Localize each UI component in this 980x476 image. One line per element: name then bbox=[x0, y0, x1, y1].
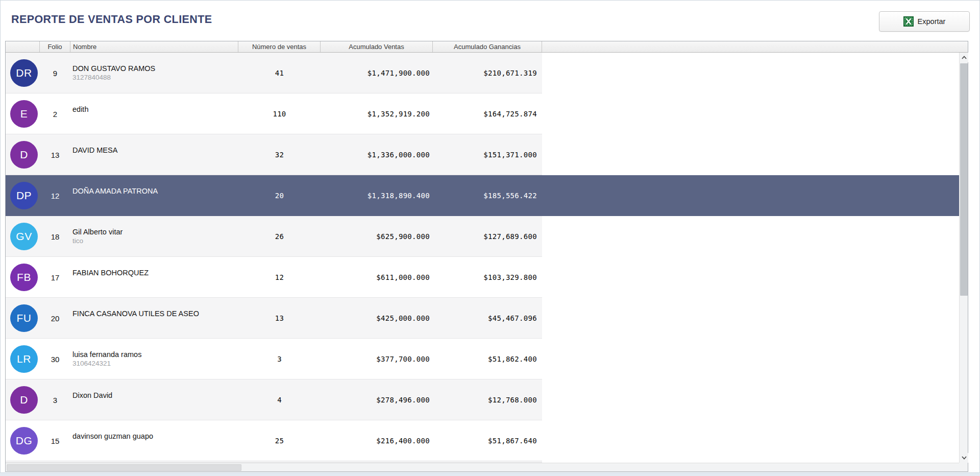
folio-value: 13 bbox=[40, 134, 70, 175]
name-cell: FINCA CASANOVA UTILES DE ASEO bbox=[70, 298, 238, 339]
avatar-cell bbox=[6, 461, 40, 463]
avatar: FU bbox=[10, 304, 38, 332]
avatar-initials: GV bbox=[16, 230, 32, 243]
avatar-cell: DR bbox=[6, 53, 40, 93]
avatar-initials: D bbox=[20, 394, 28, 406]
folio-value: 15 bbox=[40, 420, 70, 461]
avatar-cell: GV bbox=[6, 216, 40, 257]
folio-value: 17 bbox=[40, 257, 70, 298]
avatar-initials: LR bbox=[17, 353, 31, 365]
client-subtitle bbox=[72, 277, 149, 286]
name-cell: davinson guzman guapo bbox=[70, 420, 238, 461]
ventas-count: 26 bbox=[238, 216, 321, 257]
table-row[interactable]: GV 18 Gil Alberto vitar tico 26 $625,900… bbox=[6, 216, 959, 257]
header-cell-numero-ventas[interactable]: Número de ventas bbox=[238, 41, 321, 52]
client-name: Gil Alberto vitar bbox=[72, 228, 122, 236]
table-row[interactable]: D 3 Dixon David 4 $278,496.000 $12,768.0… bbox=[6, 379, 959, 420]
client-subtitle bbox=[72, 441, 153, 449]
avatar: LR bbox=[10, 345, 38, 373]
avatar-initials: FB bbox=[17, 271, 31, 283]
export-button[interactable]: Exportar bbox=[879, 11, 970, 32]
table-row[interactable]: DG 15 davinson guzman guapo 25 $216,400.… bbox=[6, 420, 959, 461]
ventas-count: 25 bbox=[238, 420, 321, 461]
client-subtitle bbox=[72, 196, 158, 204]
acumulado-ventas-value: $1,352,919.200 bbox=[321, 93, 433, 134]
name-cell: FABIAN BOHORQUEZ bbox=[70, 257, 238, 298]
client-name: FABIAN BOHORQUEZ bbox=[72, 269, 149, 277]
avatar-initials: DG bbox=[16, 435, 33, 447]
avatar bbox=[10, 461, 38, 463]
acumulado-ganancias-value: $185,556.422 bbox=[433, 175, 542, 216]
avatar-initials: FU bbox=[17, 312, 32, 324]
client-name: davinson guzman guapo bbox=[72, 432, 153, 441]
table-row[interactable]: DP 12 DOÑA AMADA PATRONA 20 $1,318,890.4… bbox=[6, 175, 959, 216]
table-row[interactable]: E 2 edith 110 $1,352,919.200 $164,725.87… bbox=[6, 93, 959, 134]
header-cell-avatar[interactable] bbox=[6, 41, 40, 52]
name-cell: luisa fernanda ramos 3106424321 bbox=[70, 339, 238, 379]
name-cell: edith bbox=[70, 93, 238, 134]
avatar-cell: FB bbox=[6, 257, 40, 298]
client-name: DAVID MESA bbox=[72, 146, 117, 155]
avatar: DG bbox=[10, 427, 38, 455]
header-cell-nombre[interactable]: Nombre bbox=[70, 41, 238, 52]
table-row[interactable]: D 13 DAVID MESA 32 $1,336,000.000 $151,3… bbox=[6, 134, 959, 175]
acumulado-ventas-value: $1,471,900.000 bbox=[321, 53, 433, 93]
header-cell-folio[interactable]: Folio bbox=[40, 41, 70, 52]
ventas-count: 20 bbox=[238, 175, 321, 216]
acumulado-ganancias-value: $103,329.800 bbox=[433, 257, 542, 298]
acumulado-ganancias-value: $51,862.400 bbox=[433, 339, 542, 379]
avatar-cell: DP bbox=[6, 175, 40, 216]
vertical-scrollbar[interactable] bbox=[959, 53, 968, 463]
acumulado-ventas-value: $1,336,000.000 bbox=[321, 134, 433, 175]
acumulado-ventas-value: $425,000.000 bbox=[321, 298, 433, 339]
grid-header: Folio Nombre Número de ventas Acumulado … bbox=[6, 41, 968, 53]
client-subtitle bbox=[72, 155, 117, 163]
client-subtitle: tico bbox=[72, 236, 122, 245]
horizontal-scrollbar[interactable] bbox=[6, 463, 959, 471]
name-cell bbox=[70, 461, 238, 463]
table-row[interactable]: FU 20 FINCA CASANOVA UTILES DE ASEO 13 $… bbox=[6, 298, 959, 339]
client-name: DON GUSTAVO RAMOS bbox=[72, 64, 155, 73]
folio-value: 30 bbox=[40, 339, 70, 379]
avatar-cell: D bbox=[6, 379, 40, 420]
table-row[interactable]: FB 17 FABIAN BOHORQUEZ 12 $611,000.000 $… bbox=[6, 257, 959, 298]
avatar-initials: E bbox=[20, 108, 28, 120]
avatar: DP bbox=[10, 182, 38, 209]
client-subtitle: 3127840488 bbox=[72, 73, 155, 82]
header-cell-acumulado-ganancias[interactable]: Acumulado Ganancias bbox=[433, 41, 542, 52]
ventas-count: 32 bbox=[238, 134, 321, 175]
name-cell: Gil Alberto vitar tico bbox=[70, 216, 238, 257]
chevron-up-icon bbox=[962, 56, 967, 59]
name-cell: DON GUSTAVO RAMOS 3127840488 bbox=[70, 53, 238, 93]
chevron-down-icon bbox=[962, 456, 967, 460]
avatar-cell: LR bbox=[6, 339, 40, 379]
acumulado-ganancias-value: $12,768.000 bbox=[433, 379, 542, 420]
acumulado-ventas-value: $216,400.000 bbox=[321, 420, 433, 461]
folio-value: 3 bbox=[40, 379, 70, 420]
header-cell-acumulado-ventas[interactable]: Acumulado Ventas bbox=[321, 41, 433, 52]
scroll-up-button[interactable] bbox=[960, 53, 968, 62]
acumulado-ventas-value: $625,900.000 bbox=[321, 216, 433, 257]
acumulado-ganancias-value: $51,867.640 bbox=[433, 420, 542, 461]
table-row[interactable]: LR 30 luisa fernanda ramos 3106424321 3 … bbox=[6, 339, 959, 379]
folio-value: 12 bbox=[40, 175, 70, 216]
horizontal-scroll-thumb[interactable] bbox=[7, 464, 241, 471]
name-cell: Dixon David bbox=[70, 379, 238, 420]
acumulado-ventas-value: $377,700.000 bbox=[321, 339, 433, 379]
scroll-down-button[interactable] bbox=[960, 453, 968, 463]
avatar: FB bbox=[10, 264, 38, 291]
table-row[interactable]: DR 9 DON GUSTAVO RAMOS 3127840488 41 $1,… bbox=[6, 53, 959, 93]
folio-value bbox=[40, 461, 70, 463]
folio-value: 2 bbox=[40, 93, 70, 134]
grid-body: DR 9 DON GUSTAVO RAMOS 3127840488 41 $1,… bbox=[6, 53, 959, 463]
vertical-scroll-thumb[interactable] bbox=[960, 63, 968, 296]
acumulado-ventas-value: $278,496.000 bbox=[321, 379, 433, 420]
avatar: E bbox=[10, 100, 38, 128]
client-name: luisa fernanda ramos bbox=[72, 350, 141, 359]
client-name: FINCA CASANOVA UTILES DE ASEO bbox=[72, 310, 199, 318]
page-title: REPORTE DE VENTAS POR CLIENTE bbox=[11, 13, 212, 26]
acumulado-ganancias-value: $210,671.319 bbox=[433, 53, 542, 93]
client-name: DOÑA AMADA PATRONA bbox=[72, 187, 158, 196]
avatar-initials: D bbox=[20, 149, 28, 161]
acumulado-ventas-value: $611,000.000 bbox=[321, 257, 433, 298]
